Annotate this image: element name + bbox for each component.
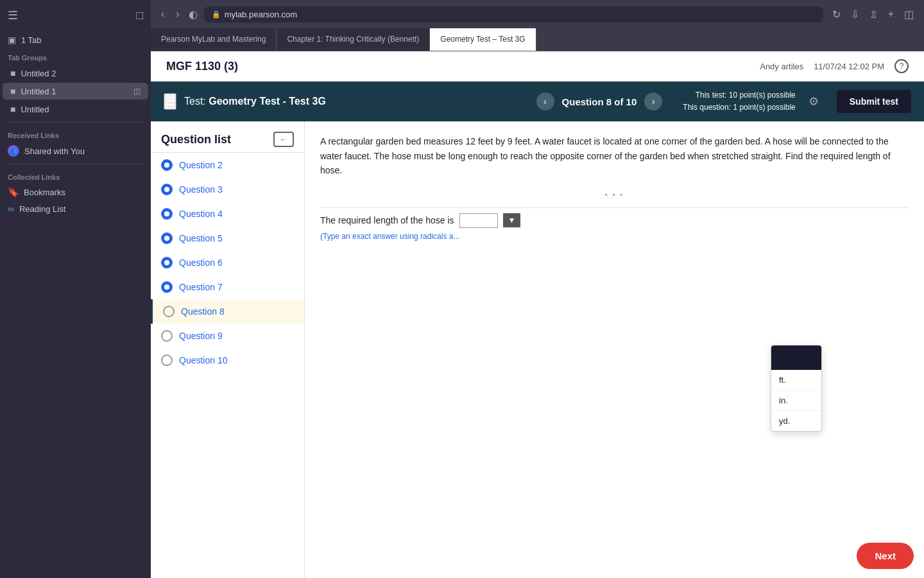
question-content: A rectangular garden bed measures 12 fee… (305, 121, 924, 578)
q-status-icon (161, 208, 173, 220)
list-item[interactable]: Question 3 (151, 177, 304, 202)
dropdown-option-yd[interactable]: yd. (771, 411, 821, 431)
tab-groups-label: Tab Groups (0, 49, 151, 64)
question-text: A rectangular garden bed measures 12 fee… (320, 134, 909, 177)
hint-text: (Type an exact answer using radicals a..… (320, 232, 909, 241)
q-status-icon (161, 232, 173, 244)
q-status-icon (161, 184, 173, 195)
user-info: Andy artiles 11/07/24 12:02 PM ? (760, 59, 909, 73)
new-tab-icon[interactable]: □ (136, 9, 143, 22)
settings-button[interactable]: ⚙ (809, 94, 819, 109)
collapse-list-button[interactable]: ← (273, 132, 294, 147)
dropdown-selected-value (771, 346, 821, 370)
download-button[interactable]: ⇩ (848, 6, 862, 23)
page-header: MGF 1130 (3) Andy artiles 11/07/24 12:02… (151, 51, 924, 82)
question-list-panel: Question list ← Question 2 Question 3 Qu… (151, 121, 305, 578)
list-item[interactable]: Question 9 (151, 324, 304, 348)
tab-group-icon: ■ (10, 104, 15, 114)
tab-count: ▣ 1 Tab (0, 31, 151, 49)
tab-grid-button[interactable]: ◫ (902, 6, 916, 23)
expand-handle: • • • (320, 188, 909, 202)
test-header: ☰ Test: Geometry Test - Test 3G ‹ Questi… (151, 82, 924, 121)
sidebar-item-untitled1[interactable]: ■ Untitled 1 ◫ (3, 83, 148, 100)
forward-button[interactable]: › (173, 6, 182, 22)
unit-dropdown-button[interactable]: ▼ (503, 213, 521, 227)
dropdown-option-in[interactable]: in. (771, 390, 821, 411)
list-item[interactable]: Question 2 (151, 153, 304, 177)
sidebar-item-bookmarks[interactable]: 🔖 Bookmarks (0, 184, 151, 200)
collected-links-label: Collected Links (0, 168, 151, 184)
list-item[interactable]: Question 5 (151, 226, 304, 250)
list-item[interactable]: Question 6 (151, 250, 304, 275)
question-nav: ‹ Question 8 of 10 › (536, 92, 663, 110)
toolbar-actions: ↻ ⇩ ⇫ + ◫ (830, 6, 916, 23)
lock-icon: 🔒 (212, 10, 221, 19)
sidebar-item-shared[interactable]: 👥 Shared with You (0, 142, 151, 160)
tab-geometry-test[interactable]: Geometry Test – Test 3G (430, 28, 536, 51)
expand-dots: • • • (605, 191, 624, 200)
list-item-active[interactable]: Question 8 (151, 299, 304, 324)
q-status-icon (161, 330, 173, 342)
question-counter: Question 8 of 10 (562, 96, 637, 107)
answer-input[interactable] (459, 213, 498, 228)
q-status-icon (161, 355, 173, 366)
page-content: MGF 1130 (3) Andy artiles 11/07/24 12:02… (151, 51, 924, 578)
shared-icon: 👥 (8, 145, 19, 157)
tab-icon: ▣ (8, 35, 16, 45)
share-button[interactable]: ⇫ (867, 6, 880, 23)
shield-button[interactable]: ◐ (189, 8, 198, 21)
new-tab-button[interactable]: + (886, 6, 896, 22)
reading-list-icon: ∞ (8, 204, 14, 214)
menu-icon[interactable]: ☰ (164, 93, 176, 110)
tabs-bar: Pearson MyLab and Mastering Chapter 1: T… (151, 28, 924, 51)
test-info: This test: 10 point(s) possible This que… (683, 89, 795, 114)
q-status-icon (161, 159, 173, 171)
q-status-icon (163, 306, 175, 317)
sidebar-item-untitled[interactable]: ■ Untitled (3, 101, 148, 118)
q-status-icon (161, 257, 173, 268)
grid-icon: ◫ (133, 87, 141, 96)
prev-question-button[interactable]: ‹ (536, 92, 554, 110)
tab-pearson[interactable]: Pearson MyLab and Mastering (151, 28, 277, 51)
q-status-icon (161, 281, 173, 293)
question-list-header: Question list ← (151, 121, 304, 153)
browser-area: ‹ › ◐ 🔒 mylab.pearson.com ↻ ⇩ ⇫ + ◫ Pear… (151, 0, 924, 578)
submit-test-button[interactable]: Submit test (837, 90, 911, 113)
answer-row: The required length of the hose is ▼ (320, 213, 909, 228)
browser-toolbar: ‹ › ◐ 🔒 mylab.pearson.com ↻ ⇩ ⇫ + ◫ (151, 0, 924, 28)
test-title: Test: Geometry Test - Test 3G (184, 96, 326, 107)
sidebar-item-reading-list[interactable]: ∞ Reading List (0, 200, 151, 217)
next-question-button[interactable]: › (644, 92, 662, 110)
tab-chapter1[interactable]: Chapter 1: Thinking Critically (Bennett) (277, 28, 430, 51)
user-name: Andy artiles (760, 62, 803, 71)
list-item[interactable]: Question 10 (151, 348, 304, 372)
unit-dropdown: ft. in. yd. (771, 345, 822, 432)
sidebar-item-untitled2[interactable]: ■ Untitled 2 (3, 65, 148, 82)
list-item[interactable]: Question 4 (151, 202, 304, 226)
sidebar: ☰ □ ▣ 1 Tab Tab Groups ■ Untitled 2 ■ Un… (0, 0, 151, 578)
back-button[interactable]: ‹ (158, 6, 167, 22)
bookmark-icon: 🔖 (8, 187, 19, 197)
sidebar-toggle-icon[interactable]: ☰ (8, 8, 18, 22)
tab-group-icon: ■ (10, 68, 15, 78)
received-links-label: Received Links (0, 127, 151, 142)
url-bar[interactable]: 🔒 mylab.pearson.com (204, 6, 823, 22)
date-time: 11/07/24 12:02 PM (814, 62, 884, 71)
refresh-button[interactable]: ↻ (830, 6, 843, 23)
sidebar-top: ☰ □ (0, 0, 151, 31)
next-button[interactable]: Next (857, 543, 914, 569)
main-layout: Question list ← Question 2 Question 3 Qu… (151, 121, 924, 578)
tab-group-icon: ■ (10, 86, 15, 96)
divider2 (8, 164, 143, 164)
divider1 (8, 122, 143, 123)
course-title: MGF 1130 (3) (166, 60, 238, 73)
list-item[interactable]: Question 7 (151, 275, 304, 299)
dropdown-option-ft[interactable]: ft. (771, 370, 821, 390)
help-button[interactable]: ? (894, 59, 909, 73)
browser-chrome: ‹ › ◐ 🔒 mylab.pearson.com ↻ ⇩ ⇫ + ◫ Pear… (151, 0, 924, 51)
separator (320, 207, 909, 208)
